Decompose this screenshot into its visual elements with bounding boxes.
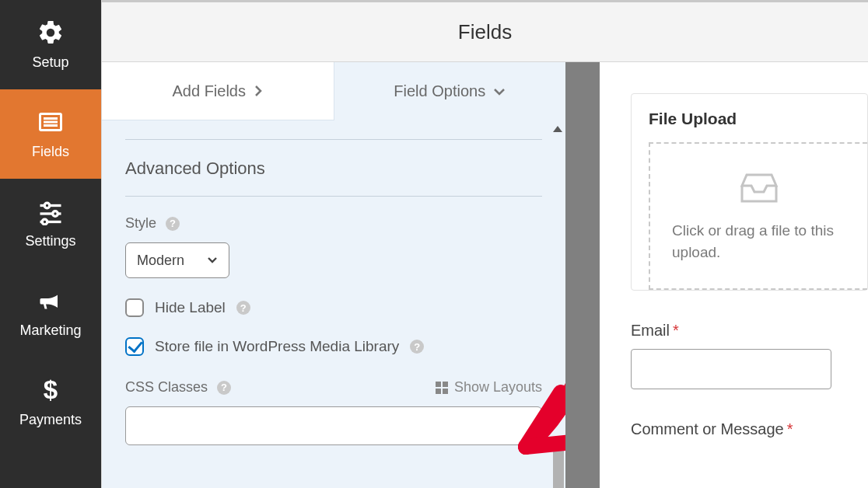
sidebar-item-fields[interactable]: Fields	[0, 89, 101, 179]
options-panel: Add Fields Field Options	[102, 62, 565, 488]
sidebar-item-payments[interactable]: $ Payments	[0, 357, 101, 447]
help-icon[interactable]: ?	[410, 340, 424, 354]
content: Add Fields Field Options	[102, 62, 868, 488]
chevron-down-icon	[493, 87, 506, 96]
sidebar-label: Fields	[32, 144, 69, 160]
show-layouts-button[interactable]: Show Layouts	[436, 379, 542, 396]
css-classes-label: CSS Classes	[125, 379, 208, 396]
svg-point-9	[42, 219, 47, 225]
comment-label: Comment or Message	[631, 420, 784, 437]
css-classes-row: CSS Classes ? Show Layouts	[125, 379, 542, 396]
style-label: Style	[125, 215, 156, 232]
file-upload-title: File Upload	[632, 110, 867, 142]
tab-label: Add Fields	[173, 82, 247, 100]
hide-label-text: Hide Label	[155, 299, 226, 316]
required-star: *	[787, 420, 793, 437]
svg-text:$: $	[44, 376, 58, 404]
email-input-preview[interactable]	[631, 349, 831, 389]
svg-point-7	[53, 211, 58, 217]
scrollbar-thumb[interactable]	[553, 443, 564, 488]
dropzone-hint: Click or drag a file to this upload.	[658, 220, 859, 264]
panel-tabs: Add Fields Field Options	[102, 62, 565, 120]
tab-add-fields[interactable]: Add Fields	[102, 62, 334, 120]
file-dropzone[interactable]: Click or drag a file to this upload.	[649, 142, 867, 290]
style-value: Modern	[137, 253, 184, 269]
store-media-checkbox[interactable]	[125, 337, 144, 356]
page-title: Fields	[458, 20, 512, 44]
topbar: Fields	[102, 0, 868, 62]
chevron-down-icon	[207, 256, 218, 264]
advanced-options-heading: Advanced Options	[125, 140, 542, 196]
svg-point-5	[44, 203, 50, 208]
store-media-row: Store file in WordPress Media Library ?	[125, 337, 542, 356]
bullhorn-icon	[37, 287, 65, 315]
help-icon[interactable]: ?	[166, 217, 180, 231]
sidebar-label: Setup	[32, 54, 68, 71]
hide-label-checkbox[interactable]	[125, 298, 144, 317]
sidebar-item-settings[interactable]: Settings	[0, 179, 101, 268]
sidebar-label: Payments	[19, 412, 82, 428]
sidebar: Setup Fields Settings Marketing $ Paymen…	[0, 0, 101, 488]
required-star: *	[673, 322, 679, 339]
tab-field-options[interactable]: Field Options	[334, 62, 566, 120]
hide-label-row: Hide Label ?	[125, 298, 542, 317]
email-label: Email	[631, 322, 670, 339]
main-area: Fields Add Fields Field Options	[101, 0, 868, 488]
sidebar-item-marketing[interactable]: Marketing	[0, 268, 101, 357]
divider	[125, 196, 542, 197]
scrollbar-track[interactable]	[551, 185, 565, 488]
gear-icon	[37, 19, 65, 47]
style-select[interactable]: Modern	[125, 242, 229, 278]
panel-body: Advanced Options Style ? Modern	[102, 120, 565, 488]
sidebar-label: Settings	[25, 233, 75, 249]
help-icon[interactable]: ?	[217, 381, 231, 395]
grid-icon	[436, 382, 448, 394]
tab-label: Field Options	[394, 82, 485, 100]
form-preview: File Upload Click or drag a file to this…	[600, 62, 868, 488]
help-icon[interactable]: ?	[236, 301, 250, 315]
sliders-icon	[37, 197, 65, 225]
sidebar-item-setup[interactable]: Setup	[0, 0, 101, 89]
inbox-icon	[737, 169, 781, 206]
email-field-preview[interactable]: Email*	[631, 322, 868, 389]
sidebar-label: Marketing	[19, 322, 81, 339]
file-upload-field[interactable]: File Upload Click or drag a file to this…	[631, 93, 868, 291]
list-icon	[37, 108, 65, 136]
store-media-text: Store file in WordPress Media Library	[155, 338, 399, 355]
chevron-right-icon	[254, 85, 263, 97]
show-layouts-label: Show Layouts	[454, 379, 542, 396]
comment-field-preview[interactable]: Comment or Message*	[631, 420, 868, 438]
css-classes-input[interactable]	[125, 406, 542, 445]
dollar-icon: $	[37, 376, 65, 404]
style-field: Style ? Modern	[125, 215, 542, 278]
panel-gutter	[565, 62, 600, 488]
